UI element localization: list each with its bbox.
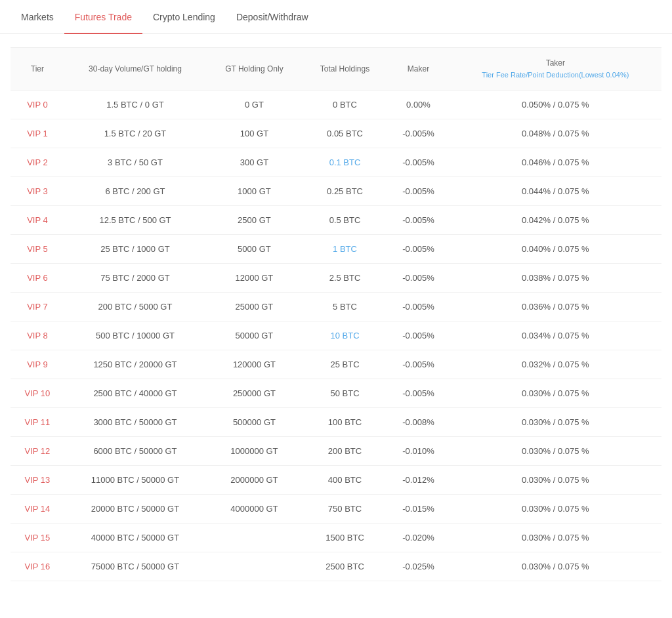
cell-taker: 0.042% / 0.075 % <box>450 206 662 235</box>
cell-volume: 1.5 BTC / 20 GT <box>64 119 206 148</box>
cell-taker: 0.030% / 0.075 % <box>450 466 662 495</box>
cell-gt-holding: 100 GT <box>206 119 303 148</box>
cell-maker: -0.012% <box>387 466 449 495</box>
cell-gt-holding <box>206 552 303 581</box>
cell-gt-holding: 12000 GT <box>206 264 303 293</box>
cell-volume: 12.5 BTC / 500 GT <box>64 206 206 235</box>
table-row: VIP 525 BTC / 1000 GT5000 GT1 BTC-0.005%… <box>10 235 662 264</box>
nav-item-crypto-lending[interactable]: Crypto Lending <box>142 0 226 34</box>
table-row: VIP 1675000 BTC / 50000 GT2500 BTC-0.025… <box>10 552 662 581</box>
table-row: VIP 412.5 BTC / 500 GT2500 GT0.5 BTC-0.0… <box>10 206 662 235</box>
cell-total-holdings: 0.5 BTC <box>303 206 388 235</box>
cell-volume: 1.5 BTC / 0 GT <box>64 91 206 119</box>
cell-volume: 200 BTC / 5000 GT <box>64 293 206 321</box>
col-total-holdings: Total Holdings <box>303 48 388 91</box>
cell-tier: VIP 3 <box>10 177 64 206</box>
cell-tier: VIP 4 <box>10 206 64 235</box>
cell-total-holdings: 2.5 BTC <box>303 264 388 293</box>
cell-tier: VIP 2 <box>10 148 64 177</box>
cell-gt-holding <box>206 524 303 552</box>
cell-total-holdings: 10 BTC <box>303 321 388 350</box>
cell-tier: VIP 9 <box>10 350 64 379</box>
table-row: VIP 7200 BTC / 5000 GT25000 GT5 BTC-0.00… <box>10 293 662 321</box>
table-row: VIP 01.5 BTC / 0 GT0 GT0 BTC0.00%0.050% … <box>10 91 662 119</box>
cell-volume: 3 BTC / 50 GT <box>64 148 206 177</box>
cell-taker: 0.048% / 0.075 % <box>450 119 662 148</box>
cell-total-holdings: 400 BTC <box>303 466 388 495</box>
table-row: VIP 675 BTC / 2000 GT12000 GT2.5 BTC-0.0… <box>10 264 662 293</box>
cell-taker: 0.046% / 0.075 % <box>450 148 662 177</box>
table-row: VIP 1540000 BTC / 50000 GT1500 BTC-0.020… <box>10 524 662 552</box>
cell-volume: 75 BTC / 2000 GT <box>64 264 206 293</box>
cell-gt-holding: 250000 GT <box>206 379 303 408</box>
col-gt-holding: GT Holding Only <box>206 48 303 91</box>
cell-volume: 20000 BTC / 50000 GT <box>64 495 206 524</box>
cell-taker: 0.030% / 0.075 % <box>450 379 662 408</box>
cell-total-holdings: 0 BTC <box>303 91 388 119</box>
cell-total-holdings: 2500 BTC <box>303 552 388 581</box>
taker-header-label: Taker Tier Fee Rate/Point Deduction(Lowe… <box>482 58 629 79</box>
table-row: VIP 1311000 BTC / 50000 GT2000000 GT400 … <box>10 466 662 495</box>
cell-taker: 0.032% / 0.075 % <box>450 350 662 379</box>
table-row: VIP 113000 BTC / 50000 GT500000 GT100 BT… <box>10 408 662 437</box>
col-tier: Tier <box>10 48 64 91</box>
cell-taker: 0.050% / 0.075 % <box>450 91 662 119</box>
cell-volume: 6000 BTC / 50000 GT <box>64 437 206 466</box>
cell-gt-holding: 1000000 GT <box>206 437 303 466</box>
cell-tier: VIP 7 <box>10 293 64 321</box>
cell-gt-holding: 2000000 GT <box>206 466 303 495</box>
cell-tier: VIP 14 <box>10 495 64 524</box>
cell-maker: -0.005% <box>387 321 449 350</box>
cell-volume: 75000 BTC / 50000 GT <box>64 552 206 581</box>
table-row: VIP 102500 BTC / 40000 GT250000 GT50 BTC… <box>10 379 662 408</box>
cell-maker: -0.005% <box>387 119 449 148</box>
main-content: Tier 30-day Volume/GT holding GT Holding… <box>0 34 672 594</box>
table-row: VIP 126000 BTC / 50000 GT1000000 GT200 B… <box>10 437 662 466</box>
table-row: VIP 11.5 BTC / 20 GT100 GT0.05 BTC-0.005… <box>10 119 662 148</box>
cell-gt-holding: 300 GT <box>206 148 303 177</box>
cell-maker: -0.005% <box>387 264 449 293</box>
cell-volume: 500 BTC / 10000 GT <box>64 321 206 350</box>
cell-volume: 25 BTC / 1000 GT <box>64 235 206 264</box>
cell-gt-holding: 2500 GT <box>206 206 303 235</box>
cell-total-holdings: 100 BTC <box>303 408 388 437</box>
cell-taker: 0.030% / 0.075 % <box>450 524 662 552</box>
col-volume: 30-day Volume/GT holding <box>64 48 206 91</box>
cell-volume: 3000 BTC / 50000 GT <box>64 408 206 437</box>
nav-item-futures-trade[interactable]: Futures Trade <box>64 0 142 34</box>
cell-maker: -0.005% <box>387 177 449 206</box>
table-row: VIP 1420000 BTC / 50000 GT4000000 GT750 … <box>10 495 662 524</box>
cell-total-holdings: 0.05 BTC <box>303 119 388 148</box>
cell-gt-holding: 120000 GT <box>206 350 303 379</box>
cell-total-holdings: 200 BTC <box>303 437 388 466</box>
cell-maker: -0.005% <box>387 206 449 235</box>
cell-volume: 6 BTC / 200 GT <box>64 177 206 206</box>
nav-item-markets[interactable]: Markets <box>10 0 64 34</box>
cell-tier: VIP 13 <box>10 466 64 495</box>
cell-total-holdings: 750 BTC <box>303 495 388 524</box>
cell-taker: 0.030% / 0.075 % <box>450 437 662 466</box>
cell-taker: 0.030% / 0.075 % <box>450 552 662 581</box>
cell-tier: VIP 6 <box>10 264 64 293</box>
cell-total-holdings: 25 BTC <box>303 350 388 379</box>
cell-volume: 1250 BTC / 20000 GT <box>64 350 206 379</box>
cell-maker: -0.020% <box>387 524 449 552</box>
cell-tier: VIP 5 <box>10 235 64 264</box>
table-row: VIP 91250 BTC / 20000 GT120000 GT25 BTC-… <box>10 350 662 379</box>
cell-maker: -0.005% <box>387 379 449 408</box>
cell-total-holdings: 1 BTC <box>303 235 388 264</box>
cell-maker: -0.005% <box>387 293 449 321</box>
cell-taker: 0.034% / 0.075 % <box>450 321 662 350</box>
cell-maker: -0.015% <box>387 495 449 524</box>
cell-tier: VIP 1 <box>10 119 64 148</box>
cell-tier: VIP 8 <box>10 321 64 350</box>
table-header-row: Tier 30-day Volume/GT holding GT Holding… <box>10 48 662 91</box>
cell-total-holdings: 0.25 BTC <box>303 177 388 206</box>
cell-taker: 0.030% / 0.075 % <box>450 495 662 524</box>
cell-taker: 0.038% / 0.075 % <box>450 264 662 293</box>
cell-tier: VIP 12 <box>10 437 64 466</box>
cell-maker: -0.025% <box>387 552 449 581</box>
nav-item-deposit-withdraw[interactable]: Deposit/Withdraw <box>226 0 319 34</box>
cell-tier: VIP 10 <box>10 379 64 408</box>
cell-gt-holding: 25000 GT <box>206 293 303 321</box>
